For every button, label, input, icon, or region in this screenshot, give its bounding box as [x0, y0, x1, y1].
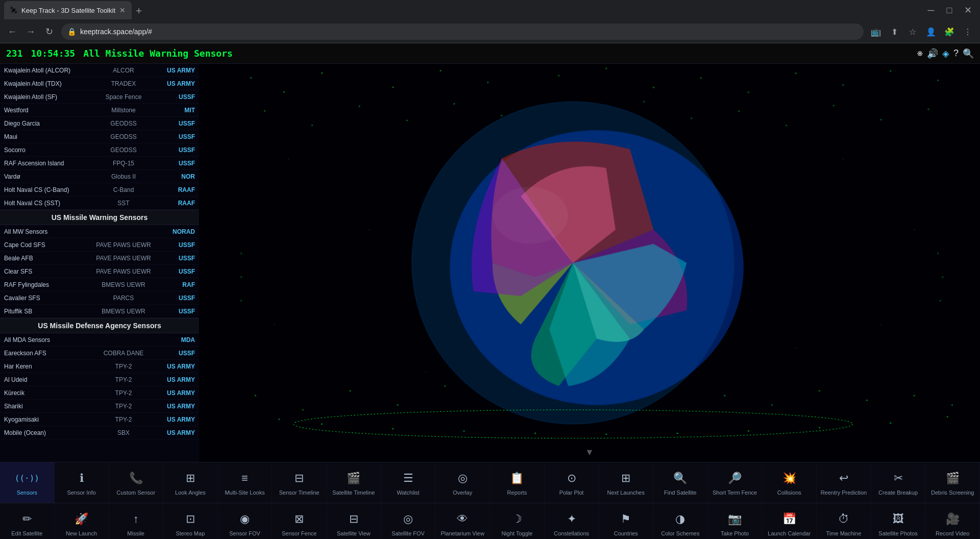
toolbar-item-satellite-timeline[interactable]: 🎬 Satellite Timeline — [327, 462, 381, 503]
toolbar-item-countries[interactable]: ⚑ Countries — [599, 503, 653, 540]
back-button[interactable]: ← — [4, 23, 20, 40]
sensor-row[interactable]: Kwajalein Atoll (TDX) TRADEX US ARMY — [0, 77, 199, 90]
polar-plot-icon: ⊙ — [562, 469, 581, 487]
sensor-row[interactable]: RAF Fylingdales BMEWS UEWR RAF — [0, 278, 199, 291]
reload-button[interactable]: ↻ — [41, 23, 57, 40]
toolbar-row-2: ✏ Edit Satellite 🚀 New Launch ↑ Missile … — [0, 503, 980, 540]
toolbar-item-reports[interactable]: 📋 Reports — [490, 462, 545, 503]
missile-icon: ↑ — [127, 510, 145, 528]
minimize-button[interactable]: ─ — [923, 2, 939, 18]
layers-icon[interactable]: ◈ — [942, 48, 949, 59]
sensor-row[interactable]: RAF Ascension Island FPQ-15 USSF — [0, 157, 199, 170]
sensor-row[interactable]: Holt Naval CS (C-Band) C-Band RAAF — [0, 183, 199, 197]
profile-button[interactable]: 👤 — [923, 23, 939, 40]
toolbar-item-sensors[interactable]: ((·)) Sensors — [0, 462, 55, 503]
toolbar-item-stereo-map[interactable]: ⊡ Stereo Map — [163, 503, 218, 540]
sensor-name: Clear SFS — [4, 268, 93, 275]
toolbar-item-satellite-photos[interactable]: 🖼 Satellite Photos — [871, 503, 926, 540]
toolbar-item-multi-site[interactable]: ≡ Multi-Site Looks — [218, 462, 273, 503]
toolbar-item-sensor-fence[interactable]: ⊠ Sensor Fence — [272, 503, 327, 540]
toolbar-item-take-photo[interactable]: 📷 Take Photo — [708, 503, 763, 540]
sensor-row[interactable]: All MDA Sensors MDA — [0, 333, 199, 347]
sidebar[interactable]: Kwajalein Atoll (ALCOR) ALCOR US ARMY Kw… — [0, 64, 199, 462]
toolbar-item-custom-sensor[interactable]: 📞 Custom Sensor — [109, 462, 163, 503]
sensor-row[interactable]: Kwajalein Atoll (ALCOR) ALCOR US ARMY — [0, 64, 199, 77]
sensor-type: GEODSS — [93, 133, 154, 140]
bookmark-button[interactable]: ☆ — [904, 23, 921, 40]
sensor-row[interactable]: Diego Garcia GEODSS USSF — [0, 117, 199, 130]
sensor-row[interactable]: All MW Sensors NORAD — [0, 225, 199, 238]
help-icon[interactable]: ? — [953, 48, 959, 59]
active-tab[interactable]: 🛰 Keep Track - 3D Satellite Toolkit ✕ — [4, 1, 132, 19]
bottom-toolbar: ((·)) Sensors ℹ Sensor Info 📞 Custom Sen… — [0, 462, 980, 539]
toolbar-item-look-angles[interactable]: ⊞ Look Angles — [163, 462, 218, 503]
record-video-label: Record Video — [936, 530, 969, 537]
toolbar-item-sensor-timeline[interactable]: ⊟ Sensor Timeline — [272, 462, 327, 503]
sensor-row[interactable]: Cape Cod SFS PAVE PAWS UEWR USSF — [0, 238, 199, 252]
toolbar-item-sensor-info[interactable]: ℹ Sensor Info — [55, 462, 109, 503]
menu-button[interactable]: ⋮ — [960, 23, 976, 40]
sensor-row[interactable]: Har Keren TPY-2 US ARMY — [0, 360, 199, 373]
forward-button[interactable]: → — [22, 23, 39, 40]
toolbar-item-watchlist[interactable]: ☰ Watchlist — [381, 462, 436, 503]
github-icon[interactable]: ⎈ — [917, 48, 923, 59]
svg-point-71 — [493, 187, 569, 243]
sensor-row[interactable]: Socorro GEODSS USSF — [0, 143, 199, 157]
sensor-info-icon: ℹ — [72, 469, 91, 487]
toolbar-item-polar-plot[interactable]: ⊙ Polar Plot — [545, 462, 599, 503]
sensor-row[interactable]: Westford Millstone MIT — [0, 104, 199, 117]
toolbar-item-debris-screening[interactable]: 🎬 Debris Screening — [925, 462, 980, 503]
svg-point-42 — [240, 253, 242, 254]
toolbar-item-create-breakup[interactable]: ✂ Create Breakup — [871, 462, 926, 503]
toolbar-item-next-launches[interactable]: ⊞ Next Launches — [599, 462, 653, 503]
extensions-button[interactable]: 🧩 — [941, 23, 958, 40]
toolbar-item-night-toggle[interactable]: ☽ Night Toggle — [490, 503, 545, 540]
search-icon[interactable]: 🔍 — [963, 48, 974, 59]
toolbar-item-find-satellite[interactable]: 🔍 Find Satellite — [653, 462, 708, 503]
toolbar-item-constellations[interactable]: ✦ Constellations — [545, 503, 599, 540]
sensor-row[interactable]: Al Udeid TPY-2 US ARMY — [0, 373, 199, 386]
sensor-name: All MDA Sensors — [4, 336, 93, 344]
new-tab-button[interactable]: ＋ — [134, 4, 144, 17]
toolbar-item-reentry[interactable]: ↩ Reentry Prediction — [817, 462, 871, 503]
address-bar[interactable]: 🔒 keeptrack.space/app/# — [61, 23, 864, 40]
toolbar-item-new-launch[interactable]: 🚀 New Launch — [55, 503, 109, 540]
toolbar-item-missile[interactable]: ↑ Missile — [109, 503, 163, 540]
sensor-row[interactable]: Mobile (Ocean) SBX US ARMY — [0, 426, 199, 439]
cast-button[interactable]: 📺 — [868, 23, 884, 40]
sensor-row[interactable]: Eareckson AFS COBRA DANE USSF — [0, 347, 199, 360]
toolbar-item-collisions[interactable]: 💥 Collisions — [762, 462, 817, 503]
sensor-row[interactable]: Pituffik SB BMEWS UEWR USSF — [0, 305, 199, 318]
sensor-row[interactable]: Beale AFB PAVE PAWS UEWR USSF — [0, 252, 199, 265]
toolbar-item-edit-satellite[interactable]: ✏ Edit Satellite — [0, 503, 55, 540]
tab-close-button[interactable]: ✕ — [119, 6, 126, 14]
sensor-row[interactable]: Holt Naval CS (SST) SST RAAF — [0, 197, 199, 210]
sensor-row[interactable]: Shariki TPY-2 US ARMY — [0, 400, 199, 413]
share-button[interactable]: ⬆ — [886, 23, 902, 40]
sensor-row[interactable]: Cavalier SFS PARCS USSF — [0, 291, 199, 305]
toolbar-item-time-machine[interactable]: ⏱ Time Machine — [817, 503, 871, 540]
toolbar-item-launch-calendar[interactable]: 📅 Launch Calendar — [762, 503, 817, 540]
sensor-row[interactable]: Maui GEODSS USSF — [0, 130, 199, 143]
sensor-row[interactable]: Vardø Globus II NOR — [0, 170, 199, 183]
sensor-row[interactable]: Kürecik TPY-2 US ARMY — [0, 386, 199, 400]
toolbar-item-sensor-fov[interactable]: ◉ Sensor FOV — [218, 503, 273, 540]
svg-point-54 — [274, 324, 275, 325]
toolbar-item-record-video[interactable]: 🎥 Record Video — [925, 503, 980, 540]
sensor-row[interactable]: Kwajalein Atoll (SF) Space Fence USSF — [0, 90, 199, 104]
sound-icon[interactable]: 🔊 — [927, 48, 938, 59]
close-window-button[interactable]: ✕ — [960, 2, 976, 18]
sensor-owner: RAAF — [154, 200, 195, 207]
sensor-row[interactable]: Clear SFS PAVE PAWS UEWR USSF — [0, 265, 199, 278]
maximize-button[interactable]: □ — [941, 2, 958, 18]
toolbar-item-short-term-fence[interactable]: 🔎 Short Term Fence — [708, 462, 763, 503]
reentry-icon: ↩ — [835, 469, 853, 487]
toolbar-item-satellite-fov[interactable]: ◎ Satellite FOV — [381, 503, 436, 540]
toolbar-item-planetarium[interactable]: 👁 Planetarium View — [435, 503, 490, 540]
svg-point-64 — [748, 430, 749, 432]
svg-point-48 — [288, 158, 289, 159]
sensor-row[interactable]: Kyogamisaki TPY-2 US ARMY — [0, 413, 199, 426]
toolbar-item-overlay[interactable]: ◎ Overlay — [435, 462, 490, 503]
toolbar-item-satellite-view[interactable]: ⊟ Satellite View — [327, 503, 381, 540]
toolbar-item-color-schemes[interactable]: ◑ Color Schemes — [653, 503, 708, 540]
